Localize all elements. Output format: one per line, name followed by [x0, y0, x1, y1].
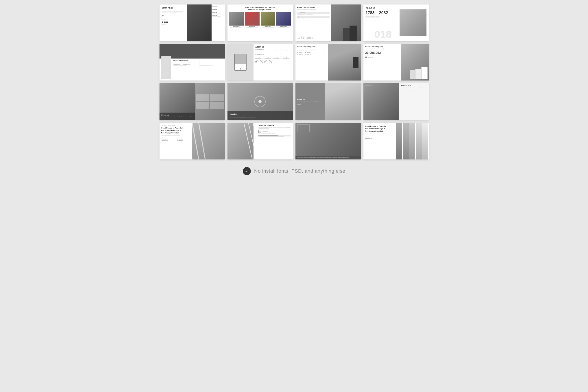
slide13-left: Good Design Is Powerfull Title Here Good… [160, 123, 192, 160]
gear-icon: ⚙ [258, 130, 261, 133]
circle-icon [254, 96, 266, 107]
slide8-left: About Our Company. Lorem ipsum dolor sit… [363, 44, 401, 81]
slide-3: About Our Company. Lorem ipsum dolor sit… [295, 4, 361, 41]
slide16-text: Lorem ipsum dolor sit amet, consectetur … [365, 134, 397, 134]
profile-name: Sarah Angel [162, 7, 185, 9]
slide10-title: About us [230, 113, 291, 115]
slide9-text: Lorem ipsum dolor sit amet, consectetur … [161, 116, 194, 119]
slide4-img [400, 10, 426, 36]
slide3-right [331, 4, 361, 41]
slide8-title: About Our Company. [365, 46, 400, 48]
insert-2: Insert Title Here [297, 16, 330, 18]
bar2 [258, 136, 291, 137]
slide6-right: About us SUBTITLE HERE Lorem ipsum dolor… [254, 44, 293, 81]
insert-icon-2 [298, 16, 299, 18]
check-icon: ✓ [243, 167, 251, 175]
slide-14: About Our Company. Lorem ipsum dolor sit… [228, 123, 293, 160]
member3-desc: Lorem ipsum dolor sit amet, consectetur … [261, 27, 275, 29]
skills-list: PhotoshopIllustratorBranding [162, 16, 185, 20]
num1: 1783 [366, 10, 375, 15]
big-num: 018 [375, 28, 391, 40]
member2-photo [245, 12, 260, 26]
tagline-section: ✓ No install fonts, PSD, and anything el… [243, 165, 345, 178]
skills-label: Skills [162, 15, 185, 16]
member1-desc: Lorem ipsum dolor sit amet, consectetur … [229, 27, 244, 29]
slide4-title: About us [366, 7, 426, 9]
thumb4 [210, 102, 223, 109]
slide-4: About us 1783 2082 Lorem ipsum dolor sit… [363, 4, 429, 41]
fb-icon [162, 22, 163, 23]
thumb3 [196, 102, 209, 109]
member-3: Daniele Saci Lorem ipsum dolor sit amet,… [261, 12, 275, 40]
slide6-text: Lorem ipsum dolor sit amet, consectetur … [255, 50, 291, 53]
slide15-overlay: Lorem ipsum dolor sit amet, consectetur … [295, 156, 361, 160]
insert-icon-1 [298, 12, 299, 13]
slide16-strips [396, 123, 429, 160]
slide5-title: About Our Company. [173, 60, 223, 61]
prog2: 75% [265, 58, 273, 59]
slide-13: Good Design Is Powerfull Title Here Good… [160, 123, 225, 160]
slide6-inner: About us SUBTITLE HERE Lorem ipsum dolor… [228, 44, 293, 81]
divider2 [401, 92, 417, 92]
slide16-left: Good Design Is Powerful But Powerfull De… [363, 123, 399, 142]
slide11-layout: About us Lorem ipsum dolor sit amet, con… [295, 83, 361, 120]
tablet-home [240, 68, 241, 70]
insert-1: Insert Title Here [297, 12, 330, 14]
prog4: 75% [283, 58, 291, 59]
prog3: 70% [273, 58, 282, 59]
slide2-title: Good Design Is Powerfull But Powerfull D… [229, 6, 291, 11]
slide6-title: About us [255, 46, 291, 48]
phone-card [161, 56, 171, 80]
slide10-overlay: About us Lorem ipsum dolor sit amet, con… [228, 111, 293, 120]
slide13-title: Good Design Is Powerfull But Powerfull D… [161, 127, 191, 134]
slide5-content: About Our Company. Lorem ipsum dolor sit… [173, 60, 223, 80]
slide5-sub-items: Lorem ipsum a simply dummy text of print… [173, 65, 223, 66]
slide15-text: Lorem ipsum dolor sit amet, consectetur … [297, 157, 359, 158]
prog1: 70% [255, 58, 264, 59]
slide-8: About Our Company. Lorem ipsum dolor sit… [363, 44, 429, 81]
phone-b [415, 68, 421, 80]
insert-label-2: Insert Title Here [372, 20, 378, 21]
slide-6: About us SUBTITLE HERE Lorem ipsum dolor… [228, 44, 293, 81]
slide-9: About us Lorem ipsum dolor sit amet, con… [160, 83, 225, 120]
profile-photo [187, 4, 212, 41]
phone-2 [343, 28, 350, 41]
slide10-text: Lorem ipsum dolor sit amet, consectetur … [230, 116, 291, 116]
slide16-title: Good Design Is Powerful But Powerfull De… [365, 125, 397, 132]
member4-photo [276, 12, 291, 26]
slide12-right: Add title here Lorem ipsum dolor sit ame… [399, 83, 429, 120]
social-icons [162, 22, 185, 23]
tw-icon [164, 22, 166, 23]
member-2: Michelle Fox Lorem ipsum dolor sit amet,… [245, 12, 260, 40]
slide8-right [401, 44, 428, 81]
slide5-bottom: About Our Company. Lorem ipsum dolor sit… [160, 58, 225, 80]
slide-grid: Sarah Angel Manager Lorem ipsum dolor si… [160, 4, 429, 160]
slide14-insert: ⚙ Insert Title Here [258, 130, 291, 133]
slide7-inner: About Our Company. Lorem ipsum dolor sit… [295, 44, 361, 81]
slide3-left: About Our Company. Lorem ipsum dolor sit… [295, 4, 331, 41]
slide13-features: ✓ Your Feature Here ✓ Your Feature Here … [161, 138, 191, 141]
tablet-device [234, 54, 247, 71]
slide16-name: Jullyangle [365, 138, 397, 140]
slide10-text2: Lorem ipsum dolor sit amet, consectetur … [230, 117, 291, 118]
items-col2: 01. Opening 02. About Us [305, 52, 311, 55]
thumb1 [196, 94, 209, 101]
profile-role: Manager [162, 9, 185, 10]
slide4-photo [400, 10, 426, 36]
slide-15: Lorem ipsum dolor sit amet, consectetur … [295, 123, 361, 160]
action-icons: ▶ ● ◆ ★ [255, 60, 291, 63]
slide9-title: About us [161, 114, 194, 116]
thumb2 [210, 94, 223, 101]
slide12-box [365, 86, 372, 93]
num2: 2082 [379, 10, 388, 15]
slide11-photo [325, 83, 360, 120]
member-4: Mathew Tomkin Lorem ipsum dolor sit amet… [276, 12, 291, 40]
member1-photo [229, 12, 244, 26]
keywords-section: KEYWORD Lorem ipsum dolor sit amet, KEYW… [212, 4, 225, 41]
slide14-text: Lorem ipsum dolor sit amet, consectetur … [258, 127, 291, 129]
slide-16: Good Design Is Powerful But Powerfull De… [363, 123, 429, 160]
footer-name: Meghan Ford [162, 24, 185, 25]
divider1 [401, 90, 417, 91]
insert-circle-icon [365, 56, 367, 58]
slide-10: About us Lorem ipsum dolor sit amet, con… [228, 83, 293, 120]
